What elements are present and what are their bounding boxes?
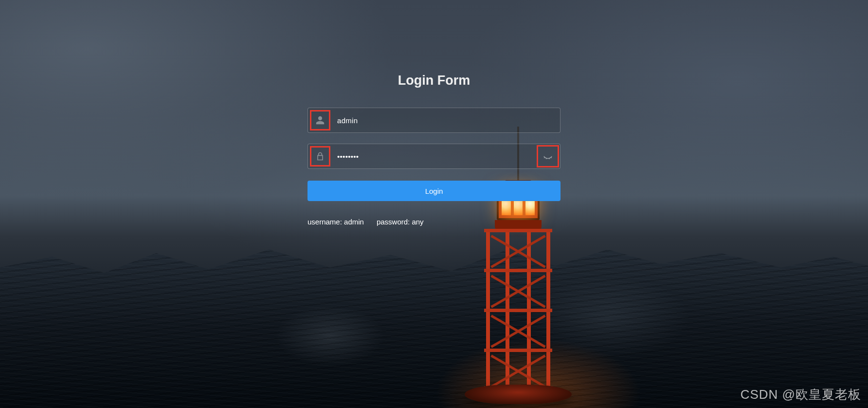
login-form: Login Form Login username: admin passwor… [307,73,561,226]
login-button[interactable]: Login [307,181,561,201]
password-input[interactable] [330,144,537,168]
lock-icon [310,146,330,167]
password-field-wrapper [307,144,561,169]
tip-password: password: any [377,218,424,226]
watermark-text: CSDN @欧皇夏老板 [741,386,861,403]
username-field-wrapper [307,108,561,133]
login-tips: username: admin password: any [307,218,561,226]
login-title: Login Form [307,73,561,88]
eye-closed-icon[interactable] [537,145,559,167]
user-icon [310,110,330,130]
tip-username: username: admin [307,218,364,226]
username-input[interactable] [330,108,560,132]
